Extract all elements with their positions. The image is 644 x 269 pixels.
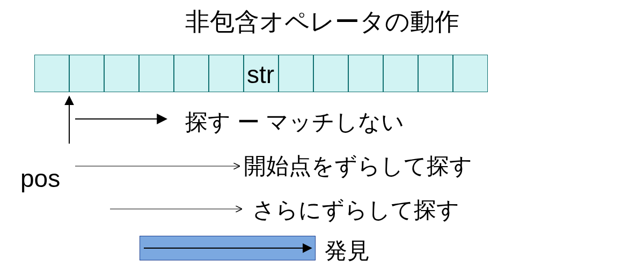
string-cell [383,55,418,92]
string-cell [174,55,209,92]
string-cell [453,55,488,92]
string-cell [69,55,104,92]
string-cell [313,55,348,92]
string-cell [139,55,174,92]
string-cell [418,55,453,92]
step-found: 発見 [325,236,370,266]
diagram-stage: 非包含オペレータの動作 str pos 探す ー マッチしない 開始点をずらして… [0,0,644,269]
pointer-label: pos [20,164,60,193]
string-cell [279,55,313,92]
array-label: str [247,60,274,89]
found-range-box [140,236,316,260]
step-shift-search: 開始点をずらして探す [244,151,472,181]
string-cell [104,55,139,92]
string-cell [348,55,383,92]
string-cell [34,55,69,92]
step-search-nomatch: 探す ー マッチしない [185,107,404,137]
string-cell [209,55,244,92]
step-further-shift: さらにずらして探す [252,195,459,225]
diagram-title: 非包含オペレータの動作 [0,5,644,39]
